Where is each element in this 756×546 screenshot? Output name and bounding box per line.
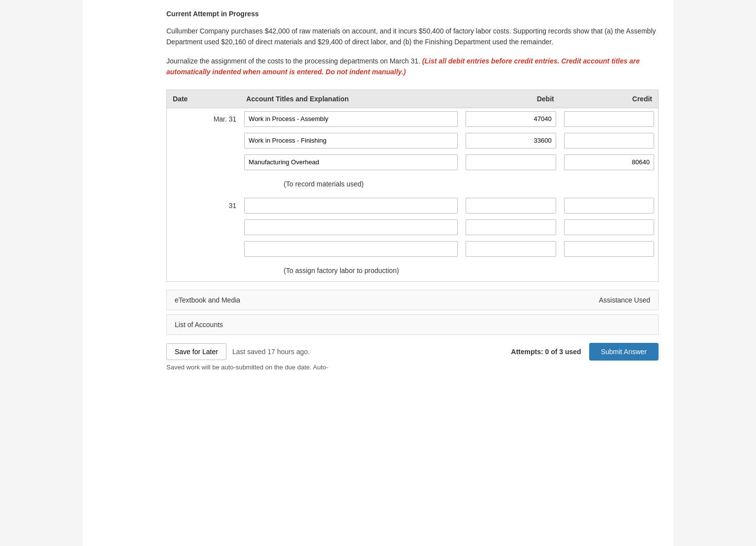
entry1-note-row: (To record materials used) (167, 173, 659, 195)
entry2-credit1[interactable] (564, 198, 654, 213)
etextbook-bar: eTextbook and Media Assistance Used (166, 290, 659, 310)
entry1-credit2[interactable] (564, 133, 654, 149)
entry1-note: (To record materials used) (244, 176, 654, 192)
entry1-debit3[interactable] (466, 154, 556, 170)
entry1-row2 (167, 130, 659, 152)
entry2-date: 31 (167, 195, 241, 216)
instruction-text: Journalize the assignment of the costs t… (166, 56, 659, 78)
instruction-prefix: Journalize the assignment of the costs t… (166, 57, 420, 65)
entry1-date: Mar. 31 (167, 108, 241, 130)
header-credit: Credit (560, 90, 659, 108)
header-account: Account Titles and Explanation (240, 90, 462, 108)
attempts-text: Attempts: 0 of 3 used (511, 348, 581, 356)
entry2-account3[interactable] (244, 241, 458, 257)
entry1-debit1[interactable] (466, 111, 556, 127)
etextbook-label: eTextbook and Media (175, 296, 240, 304)
footer-left: Save for Later Last saved 17 hours ago. (166, 343, 310, 360)
entry2-debit2[interactable] (466, 219, 556, 235)
list-of-accounts-label: List of Accounts (175, 321, 223, 329)
entry2-debit3[interactable] (466, 241, 556, 257)
entry2-debit1[interactable] (466, 198, 556, 213)
entry1-account2[interactable] (244, 133, 458, 149)
section-title: Current Attempt in Progress (166, 10, 659, 18)
entry1-credit3[interactable] (564, 154, 654, 170)
entry2-credit3[interactable] (564, 241, 654, 257)
list-of-accounts-bar[interactable]: List of Accounts (166, 314, 659, 335)
assistance-used-label: Assistance Used (599, 296, 650, 304)
entry2-row1: 31 (167, 195, 659, 216)
last-saved-text: Last saved 17 hours ago. (232, 348, 310, 356)
entry1-credit1[interactable] (564, 111, 654, 127)
journal-table: Date Account Titles and Explanation Debi… (166, 90, 659, 282)
auto-submit-note: Saved work will be auto-submitted on the… (166, 364, 659, 371)
entry1-row3 (167, 152, 659, 173)
entry2-account1[interactable] (244, 198, 458, 213)
entry2-note: (To assign factory labor to production) (244, 263, 654, 278)
footer-actions: Save for Later Last saved 17 hours ago. … (166, 343, 659, 361)
save-for-later-button[interactable]: Save for Later (166, 343, 226, 360)
entry1-account3[interactable] (244, 154, 458, 170)
entry2-note-row: (To assign factory labor to production) (167, 260, 659, 282)
entry2-row3 (167, 238, 659, 260)
submit-answer-button[interactable]: Submit Answer (589, 343, 659, 361)
entry1-debit2[interactable] (466, 133, 556, 149)
entry1-row1: Mar. 31 (167, 108, 659, 130)
header-date: Date (167, 90, 241, 108)
entry2-row2 (167, 216, 659, 238)
entry1-account1[interactable] (244, 111, 458, 127)
header-debit: Debit (462, 90, 560, 108)
footer-right: Attempts: 0 of 3 used Submit Answer (511, 343, 659, 361)
entry2-account2[interactable] (244, 219, 458, 235)
problem-text: Cullumber Company purchases $42,000 of r… (166, 26, 659, 48)
entry2-credit2[interactable] (564, 219, 654, 235)
